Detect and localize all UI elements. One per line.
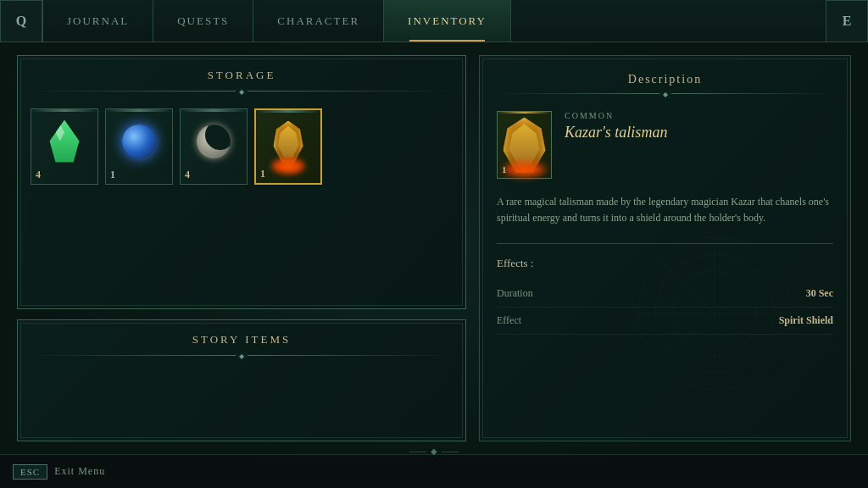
main-content: STORAGE 4 1: [0, 42, 868, 454]
nav-tabs-container: JOURNAL QUESTS CHARACTER INVENTORY: [42, 0, 826, 42]
item-name-label: Kazar's talisman: [565, 124, 833, 141]
effect-type-label: Effect: [497, 314, 521, 327]
tab-quests[interactable]: QUESTS: [153, 0, 253, 42]
inventory-item-talisman[interactable]: 1: [254, 108, 322, 185]
character-tab-label: CHARACTER: [277, 14, 359, 28]
description-panel: Description 1 COMMON Kazar's talisman A …: [479, 55, 851, 441]
item-header: 1 COMMON Kazar's talisman: [497, 111, 833, 179]
crystal-count: 4: [36, 169, 41, 181]
talisman-fire-glow: [504, 162, 546, 177]
duration-value: 30 Sec: [806, 287, 833, 300]
duration-label: Duration: [497, 287, 533, 300]
description-divider: [497, 93, 833, 94]
tab-journal[interactable]: JOURNAL: [42, 0, 153, 42]
moon-icon-wrapper: [181, 109, 247, 173]
item-info: COMMON Kazar's talisman: [565, 111, 833, 141]
story-items-divider: [31, 355, 453, 356]
journal-tab-label: JOURNAL: [67, 14, 129, 28]
inventory-tab-label: INVENTORY: [408, 14, 487, 28]
q-key-button[interactable]: Q: [0, 0, 42, 42]
story-items-panel: STORY ITEMS: [17, 319, 466, 441]
fire-effect-icon: [271, 158, 305, 175]
item-description-text: A rare magical talisman made by the lege…: [497, 194, 833, 226]
talisman-icon-wrapper: [256, 110, 320, 174]
tab-inventory[interactable]: INVENTORY: [384, 0, 511, 42]
crystal-icon-wrapper: [31, 109, 97, 173]
exit-menu-label: Exit Menu: [54, 465, 105, 478]
inventory-item-crystal[interactable]: 4: [31, 108, 98, 185]
description-title: Description: [497, 73, 833, 86]
top-navigation: Q JOURNAL QUESTS CHARACTER INVENTORY E: [0, 0, 868, 42]
background-pattern: [630, 229, 799, 398]
storage-title: STORAGE: [31, 69, 453, 82]
moon-count: 4: [185, 169, 190, 181]
moon-icon: [197, 125, 231, 158]
inventory-item-orb[interactable]: 1: [105, 108, 173, 185]
esc-key-label: ESC: [13, 464, 47, 480]
item-image-count: 1: [502, 164, 507, 175]
item-rarity-label: COMMON: [565, 111, 833, 120]
storage-panel: STORAGE 4 1: [17, 55, 466, 309]
crystal-icon: [50, 120, 80, 163]
storage-divider: [31, 91, 453, 92]
storage-items-grid: 4 1 4: [31, 104, 453, 189]
exit-menu-button[interactable]: ESC Exit Menu: [0, 455, 118, 488]
orb-count: 1: [110, 169, 115, 181]
item-image-container: 1: [497, 111, 552, 179]
talisman-small-icon: [270, 117, 308, 168]
inventory-item-moon[interactable]: 4: [180, 108, 248, 185]
bottom-center-decoration: ——◆——: [409, 446, 459, 456]
orb-icon-wrapper: [106, 109, 172, 173]
bottom-bar: ——◆—— ESC Exit Menu: [0, 454, 868, 488]
tab-character[interactable]: CHARACTER: [253, 0, 384, 42]
quests-tab-label: QUESTS: [177, 14, 229, 28]
e-key-button[interactable]: E: [826, 0, 868, 42]
orb-icon: [122, 125, 156, 158]
story-items-title: STORY ITEMS: [31, 333, 453, 347]
left-panel: STORAGE 4 1: [17, 55, 466, 441]
talisman-count: 1: [260, 168, 265, 180]
